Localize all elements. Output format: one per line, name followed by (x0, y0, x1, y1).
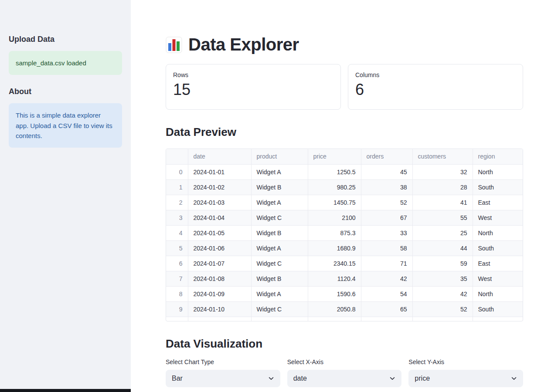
upload-success-alert: sample_data.csv loaded (9, 51, 122, 75)
table-cell: 67 (361, 210, 412, 225)
table-cell: North (473, 225, 523, 240)
table-row: 92024-01-10Widget C2050.86552South (166, 301, 523, 317)
metric-columns-label: Columns (355, 71, 516, 78)
table-cell: 45 (361, 164, 412, 179)
table-cell: 2024-01-02 (188, 179, 251, 195)
column-header: region (473, 149, 523, 164)
table-cell: 2050.8 (308, 301, 361, 317)
table-cell: Widget A (251, 164, 308, 179)
table-cell: 59 (412, 256, 473, 271)
table-cell: East (473, 195, 523, 210)
table-cell: Widget B (251, 317, 308, 321)
table-cell: 1780.5 (308, 317, 361, 321)
chevron-down-icon (389, 375, 395, 382)
table-cell: West (473, 210, 523, 225)
about-heading: About (9, 87, 122, 96)
metric-rows: Rows 15 (166, 64, 341, 110)
metric-columns: Columns 6 (348, 64, 523, 110)
table-cell: North (473, 164, 523, 179)
table-cell: 2024-01-04 (188, 210, 251, 225)
table-cell: Widget C (251, 301, 308, 317)
chart-type-select[interactable]: Bar (166, 370, 280, 387)
table-cell: Widget B (251, 225, 308, 240)
column-header: date (188, 149, 251, 164)
metric-rows-label: Rows (173, 71, 333, 78)
table-cell: 1120.4 (308, 271, 361, 286)
table-cell: Widget B (251, 271, 308, 286)
table-cell: 44 (412, 240, 473, 256)
table-row: 52024-01-06Widget A1680.95844South (166, 240, 523, 256)
table-cell: East (473, 256, 523, 271)
table-row: 102024-01-11Widget B1780.55745East (166, 317, 523, 321)
table-cell: 42 (361, 271, 412, 286)
table-cell: 33 (361, 225, 412, 240)
table-cell: 65 (361, 301, 412, 317)
x-axis-select[interactable]: date (287, 370, 402, 387)
table-cell: 57 (361, 317, 412, 321)
chevron-down-icon (268, 375, 274, 382)
row-index-cell: 4 (166, 225, 188, 240)
sidebar-bottom-bar (0, 389, 131, 392)
table-cell: 2024-01-01 (188, 164, 251, 179)
table-cell: 42 (412, 286, 473, 301)
about-info-alert: This is a simple data explorer app. Uplo… (9, 103, 122, 148)
upload-success-text: sample_data.csv loaded (16, 59, 86, 67)
table-cell: 2340.15 (308, 256, 361, 271)
x-axis-label: Select X-Axis (287, 358, 402, 365)
y-axis-value: price (415, 375, 430, 382)
table-row: 22024-01-03Widget A1450.755241East (166, 195, 523, 210)
column-header: orders (361, 149, 412, 164)
y-axis-label: Select Y-Axis (408, 358, 523, 365)
table-cell: 1250.5 (308, 164, 361, 179)
table-cell: 2024-01-03 (188, 195, 251, 210)
table-cell: 52 (361, 195, 412, 210)
main-content: Data Explorer Rows 15 Columns 6 Data Pre… (131, 0, 558, 392)
row-index-cell: 6 (166, 256, 188, 271)
table-cell: 2024-01-09 (188, 286, 251, 301)
table-cell: 52 (412, 301, 473, 317)
data-preview-table[interactable]: dateproductpriceorderscustomersregion 02… (166, 149, 523, 321)
row-index-cell: 1 (166, 179, 188, 195)
table-cell: 980.25 (308, 179, 361, 195)
table-row: 12024-01-02Widget B980.253828South (166, 179, 523, 195)
column-header: customers (412, 149, 473, 164)
y-axis-select[interactable]: price (408, 370, 523, 387)
table-cell: 2024-01-08 (188, 271, 251, 286)
about-info-text: This is a simple data explorer app. Uplo… (16, 112, 112, 139)
table-cell: 1680.9 (308, 240, 361, 256)
row-index-cell: 8 (166, 286, 188, 301)
table-cell: 2024-01-06 (188, 240, 251, 256)
table-cell: South (473, 240, 523, 256)
x-axis-control: Select X-Axis date (287, 358, 402, 387)
table-cell: 71 (361, 256, 412, 271)
row-index-cell: 7 (166, 271, 188, 286)
table-row: 72024-01-08Widget B1120.44235West (166, 271, 523, 286)
table-cell: 2024-01-10 (188, 301, 251, 317)
y-axis-control: Select Y-Axis price (408, 358, 523, 387)
table-cell: 28 (412, 179, 473, 195)
table-header-row: dateproductpriceorderscustomersregion (166, 149, 523, 164)
upload-data-heading: Upload Data (9, 35, 122, 44)
page-title: Data Explorer (188, 35, 299, 54)
table-cell: 1450.75 (308, 195, 361, 210)
bar-chart-icon (166, 37, 182, 53)
table-cell: South (473, 179, 523, 195)
table-cell: 2024-01-05 (188, 225, 251, 240)
table-cell: 2024-01-07 (188, 256, 251, 271)
data-visualization-heading: Data Visualization (166, 337, 523, 351)
row-index-cell: 9 (166, 301, 188, 317)
table-cell: 54 (361, 286, 412, 301)
table-row: 42024-01-05Widget B875.33325North (166, 225, 523, 240)
table-cell: 2024-01-11 (188, 317, 251, 321)
row-index-cell: 2 (166, 195, 188, 210)
row-index-cell: 0 (166, 164, 188, 179)
table-cell: 32 (412, 164, 473, 179)
table-cell: South (473, 301, 523, 317)
table-cell: North (473, 286, 523, 301)
column-header: product (251, 149, 308, 164)
row-index-cell: 10 (166, 317, 188, 321)
table-cell: 875.3 (308, 225, 361, 240)
table-cell: Widget A (251, 195, 308, 210)
row-index-cell: 3 (166, 210, 188, 225)
table-cell: Widget A (251, 240, 308, 256)
